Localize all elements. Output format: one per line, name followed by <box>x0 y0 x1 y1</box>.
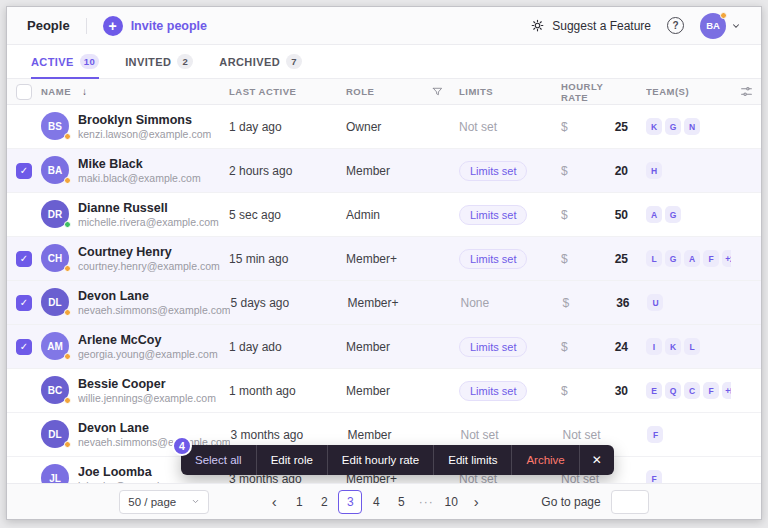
page-size-select[interactable]: 50 / page <box>119 490 209 514</box>
column-teams: TEAM(S) <box>646 86 731 97</box>
status-dot <box>64 309 71 316</box>
page-button-2[interactable]: 2 <box>313 491 335 513</box>
tab-invited[interactable]: INVITED 2 <box>125 45 193 78</box>
bulk-action-select-all[interactable]: Select all <box>181 445 257 475</box>
close-icon[interactable]: ✕ <box>580 453 614 467</box>
column-settings-icon[interactable] <box>740 85 753 98</box>
limits-value[interactable]: Limits set <box>459 161 527 181</box>
hourly-rate-cell: $ 20 <box>561 164 646 178</box>
page-button-4[interactable]: 4 <box>365 491 387 513</box>
filter-icon[interactable] <box>432 86 443 97</box>
tab-archived[interactable]: ARCHIVED 7 <box>219 45 302 78</box>
table-row[interactable]: BS Brooklyn Simmons kenzi.lawson@example… <box>7 105 761 149</box>
table-row[interactable]: DR Dianne Russell michelle.rivera@exampl… <box>7 193 761 237</box>
team-badge: F <box>646 470 662 483</box>
row-checkbox[interactable]: ✓ <box>16 339 32 355</box>
person-email: michelle.rivera@example.com <box>78 216 219 230</box>
row-checkbox[interactable]: ✓ <box>16 163 32 179</box>
page-button-5[interactable]: 5 <box>390 491 412 513</box>
avatar: CH <box>41 244 69 272</box>
last-active-cell: 5 sec ago <box>229 208 346 222</box>
page-button-1[interactable]: 1 <box>288 491 310 513</box>
suggest-feature-button[interactable]: Suggest a Feature <box>530 18 651 33</box>
status-dot <box>64 133 71 140</box>
prev-page-button[interactable]: ‹ <box>263 491 285 513</box>
avatar: JL <box>41 464 69 483</box>
table-row[interactable]: ✓ DL Devon Lane nevaeh.simmons@example.c… <box>7 281 761 325</box>
bulk-action-edit-hourly-rate[interactable]: Edit hourly rate <box>328 445 434 475</box>
rate-value: 50 <box>615 208 628 222</box>
team-badges: LGAF+2 <box>646 250 731 267</box>
currency-symbol: $ <box>561 208 568 222</box>
archive-button[interactable]: Archive <box>512 445 579 475</box>
rate-value: 24 <box>615 340 628 354</box>
person-email: maki.black@example.com <box>78 172 201 186</box>
last-active-cell: 1 day ado <box>229 340 346 354</box>
top-bar: People + Invite people Suggest a Feature… <box>7 7 761 45</box>
role-value: Admin <box>346 208 380 222</box>
status-dot <box>64 441 71 448</box>
limits-cell: Not set <box>460 428 562 442</box>
last-active-value: 3 months ago <box>230 428 303 442</box>
hourly-rate-cell: $ 50 <box>561 208 646 222</box>
select-all-checkbox[interactable] <box>16 84 32 100</box>
person-email: courtney.henry@example.com <box>78 260 220 274</box>
person-name: Courtney Henry <box>78 244 220 260</box>
page-button-3[interactable]: 3 <box>338 490 362 514</box>
limits-value[interactable]: Limits set <box>459 205 527 225</box>
rate-value: 25 <box>615 120 628 134</box>
currency-symbol: $ <box>561 384 568 398</box>
last-active-value: 2 hours ago <box>229 164 292 178</box>
team-badges: H <box>646 162 731 179</box>
currency-symbol: $ <box>562 296 569 310</box>
goto-page-input[interactable] <box>611 490 649 514</box>
status-dot <box>64 353 71 360</box>
help-icon[interactable]: ? <box>667 17 684 34</box>
page-ellipsis: ··· <box>415 491 437 513</box>
hourly-rate-cell: Not set <box>562 428 647 442</box>
account-menu[interactable]: BA <box>700 13 741 39</box>
person-name: Devon Lane <box>78 288 230 304</box>
table-row[interactable]: BC Bessie Cooper willie.jennings@example… <box>7 369 761 413</box>
page-title: People <box>27 18 70 33</box>
limits-value: None <box>460 296 489 310</box>
row-checkbox[interactable]: ✓ <box>16 251 32 267</box>
last-active-value: 1 day ago <box>229 120 282 134</box>
last-active-cell: 3 months ago <box>230 428 347 442</box>
tab-active[interactable]: ACTIVE 10 <box>31 45 99 78</box>
invite-people-button[interactable]: + Invite people <box>103 16 207 36</box>
tab-count-badge: 2 <box>177 54 193 69</box>
avatar-initials: BS <box>48 121 62 132</box>
rate-value: 30 <box>615 384 628 398</box>
limits-value[interactable]: Limits set <box>459 337 527 357</box>
table-row[interactable]: ✓ CH Courtney Henry courtney.henry@examp… <box>7 237 761 281</box>
next-page-button[interactable]: › <box>465 491 487 513</box>
tabs: ACTIVE 10 INVITED 2 ARCHIVED 7 <box>7 45 761 79</box>
column-name[interactable]: NAME ↓ <box>41 86 229 97</box>
role-cell: Owner <box>346 120 459 134</box>
person-name: Arlene McCoy <box>78 332 218 348</box>
limits-cell: Limits set <box>459 337 561 357</box>
person-name: Brooklyn Simmons <box>78 112 211 128</box>
column-last-active: LAST ACTIVE <box>229 86 346 97</box>
invite-people-label: Invite people <box>131 19 207 33</box>
row-checkbox[interactable]: ✓ <box>16 295 32 311</box>
team-badges: EQCF+5 <box>646 382 731 399</box>
table-row[interactable]: ✓ BA Mike Black maki.black@example.com 2… <box>7 149 761 193</box>
hourly-rate-cell: $ 36 <box>562 296 647 310</box>
avatar-initials: BA <box>48 165 62 176</box>
limits-value[interactable]: Limits set <box>459 381 527 401</box>
bulk-action-edit-role[interactable]: Edit role <box>257 445 328 475</box>
page-button-10[interactable]: 10 <box>440 491 462 513</box>
table-row[interactable]: ✓ AM Arlene McCoy georgia.young@example.… <box>7 325 761 369</box>
avatar-initials: DL <box>48 429 61 440</box>
bulk-action-bar: 4 Select allEdit roleEdit hourly rateEdi… <box>181 445 614 475</box>
team-badge: K <box>646 118 662 135</box>
tab-count-badge: 10 <box>80 54 99 69</box>
status-dot <box>64 265 71 272</box>
bulk-action-edit-limits[interactable]: Edit limits <box>434 445 512 475</box>
column-name-label: NAME <box>41 86 71 97</box>
last-active-value: 5 sec ago <box>229 208 281 222</box>
limits-value[interactable]: Limits set <box>459 249 527 269</box>
team-badge: U <box>647 294 663 311</box>
